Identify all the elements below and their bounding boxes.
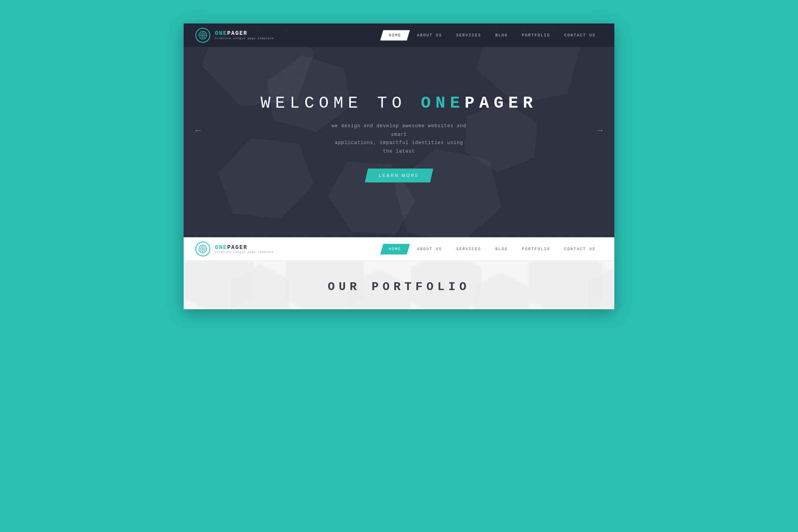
slider-arrow-left[interactable]: ← bbox=[191, 121, 205, 140]
logo-text-white: ONEPAGER creative single page template bbox=[215, 245, 274, 254]
hero-section: ONEPAGER creative single page template H… bbox=[184, 23, 614, 237]
slider-arrow-right[interactable]: → bbox=[593, 121, 607, 140]
nav-home-white[interactable]: HOME bbox=[380, 244, 410, 254]
logo-circle-dark bbox=[195, 28, 210, 43]
hero-subtitle: we design and develop awesome websites a… bbox=[329, 122, 469, 156]
hero-brand-one: ONE bbox=[421, 94, 465, 113]
nav-services-white[interactable]: SERVICES bbox=[449, 244, 488, 254]
navbar-dark: ONEPAGER creative single page template H… bbox=[184, 23, 614, 47]
portfolio-title: OUR PORTFOLIO bbox=[199, 280, 599, 294]
logo-area-white: ONEPAGER creative single page template bbox=[195, 242, 274, 256]
logo-text-dark: ONEPAGER creative single page template bbox=[215, 31, 274, 40]
nav-contact-white[interactable]: CONTACT US bbox=[557, 244, 603, 254]
nav-blog-dark[interactable]: BLOG bbox=[488, 30, 515, 41]
nav-services-dark[interactable]: SERVICES bbox=[449, 30, 488, 41]
nav-about-white[interactable]: ABOUT US bbox=[410, 244, 449, 254]
hero-title-prefix: WELCOME TO bbox=[261, 94, 421, 113]
hero-content: WELCOME TO ONEPAGER we design and develo… bbox=[184, 47, 614, 237]
portfolio-section: OUR PORTFOLIO bbox=[184, 261, 614, 309]
hero-brand-two: PAGER bbox=[464, 94, 537, 113]
nav-links-white: HOME ABOUT US SERVICES BLOG PORTFOLIO CO… bbox=[380, 244, 603, 254]
navbar-white: ONEPAGER creative single page template H… bbox=[184, 237, 614, 261]
nav-portfolio-white[interactable]: PORTFOLIO bbox=[515, 244, 557, 254]
nav-portfolio-dark[interactable]: PORTFOLIO bbox=[515, 30, 557, 41]
nav-contact-dark[interactable]: CONTACT US bbox=[557, 30, 603, 41]
logo-tagline-dark: creative single page template bbox=[215, 37, 274, 40]
logo-area-dark: ONEPAGER creative single page template bbox=[195, 28, 274, 43]
nav-blog-white[interactable]: BLOG bbox=[488, 244, 515, 254]
logo-tagline-white: creative single page template bbox=[215, 251, 274, 254]
nav-about-dark[interactable]: ABOUT US bbox=[410, 30, 449, 41]
logo-circle-white bbox=[195, 242, 210, 256]
logo-name-dark: ONEPAGER bbox=[215, 31, 274, 36]
nav-links-dark: HOME ABOUT US SERVICES BLOG PORTFOLIO CO… bbox=[380, 30, 603, 41]
hero-title: WELCOME TO ONEPAGER bbox=[261, 94, 538, 113]
logo-name-white: ONEPAGER bbox=[215, 245, 274, 251]
hero-cta-button[interactable]: LEARN MORE bbox=[365, 168, 433, 182]
nav-home-dark[interactable]: HOME bbox=[380, 30, 410, 41]
browser-window: ONEPAGER creative single page template H… bbox=[184, 23, 614, 309]
